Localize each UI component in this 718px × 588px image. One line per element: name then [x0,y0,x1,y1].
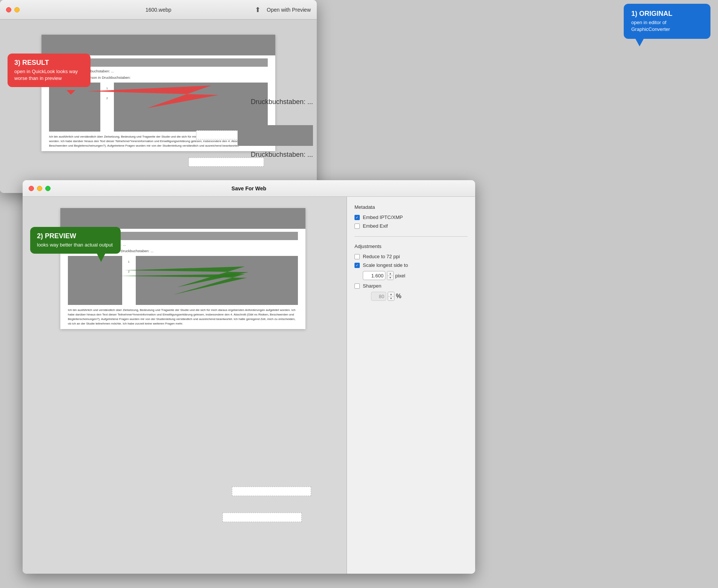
sfw-window-controls [29,186,51,191]
close-button[interactable] [6,7,11,12]
reduce-ppi-row: Reduce to 72 ppi [354,254,468,259]
sfw-minimize-button[interactable] [37,186,42,191]
adjustments-section: Adjustments Reduce to 72 ppi Scale longe… [354,243,468,301]
annotation-original-body: open in editor of GraphicConverter [631,19,703,33]
annotation-result-number: 3) RESULT [14,59,84,67]
save-for-web-window: Save For Web nden Person in Druckbuchsta… [23,180,475,574]
scale-longest-label: Scale longest side to [363,262,408,268]
ql-right-gray [238,125,313,146]
sfw-document: nden Person in Druckbuchstaben: ... Nowa… [60,208,305,329]
pct-label: % [396,293,401,300]
sharpen-row: Sharpen [354,283,468,289]
annotation-preview-bubble: 2) PREVIEW looks way better than actual … [30,227,121,254]
sharpen-value-row: ▲ ▼ % [363,292,468,301]
sidebar-divider-1 [354,236,468,237]
sfw-maximize-button[interactable] [45,186,51,191]
pixel-label: pixel [395,273,405,279]
sfw-titlebar: Save For Web [23,180,475,197]
sharpen-value-input[interactable] [371,292,386,301]
sfw-paragraph: Ich bin ausführlich und verständlich übe… [68,308,298,326]
window-controls [6,7,20,12]
annotation-result-body: open in QuickLook looks way worse than i… [14,68,84,82]
sfw-window-title: Save For Web [232,185,266,191]
sfw-body: nden Person in Druckbuchstaben: ... Nowa… [23,197,475,574]
annotation-original-bubble: 1) ORIGINAL open in editor of GraphicCon… [624,4,710,39]
embed-iptc-checkbox[interactable] [354,215,360,220]
sfw-sidebar: Metadata Embed IPTC/XMP Embed Exif Adjus… [347,197,475,574]
sfw-close-button[interactable] [29,186,34,191]
quicklook-window: 1600.webp ⬆ Open with Preview hmenden Pe… [0,0,317,193]
open-with-preview-button[interactable]: Open with Preview [267,7,311,13]
annotation-original-title: 1) ORIGINAL [631,10,703,18]
scale-longest-row: Scale longest side to [354,262,468,268]
reduce-ppi-label: Reduce to 72 ppi [363,254,400,259]
scale-value-row: ▲ ▼ pixel [363,271,468,280]
ql-namebox-2 [189,158,264,167]
ql-top-gray-bar [41,35,275,55]
sfw-namebox-2 [222,513,302,522]
sharpen-stepper-arrows[interactable]: ▲ ▼ [388,292,394,301]
bubble-arrow [635,38,644,46]
annotation-preview-title: 2) PREVIEW [37,232,114,240]
window-title: 1600.webp [146,7,172,13]
quicklook-actions: ⬆ Open with Preview [255,6,311,14]
scale-value-input[interactable] [363,271,385,280]
quicklook-content: hmenden Person in Druckbuchstaben: ... N… [0,20,317,193]
embed-iptc-label: Embed IPTC/XMP [363,214,403,220]
ql-right-text-2: Druckbuchstaben: ... [251,151,313,159]
green-bubble-arrow [97,253,106,262]
reduce-ppi-checkbox[interactable] [354,254,360,259]
sfw-top-gray-bar [60,208,305,229]
sharpen-label: Sharpen [363,283,381,289]
sfw-preview-area: nden Person in Druckbuchstaben: ... Nowa… [23,197,347,574]
share-icon[interactable]: ⬆ [255,6,261,14]
sharpen-down-arrow[interactable]: ▼ [388,297,394,301]
minimize-button[interactable] [14,7,20,12]
metadata-section: Metadata Embed IPTC/XMP Embed Exif [354,204,468,229]
embed-exif-row: Embed Exif [354,223,468,229]
quicklook-titlebar: 1600.webp ⬆ Open with Preview [0,0,317,20]
embed-exif-checkbox[interactable] [354,224,360,229]
adjustments-label: Adjustments [354,243,468,249]
embed-exif-label: Embed Exif [363,223,388,229]
annotation-original-container: 1) ORIGINAL open in editor of GraphicCon… [624,4,710,39]
scale-longest-checkbox[interactable] [354,263,360,268]
metadata-label: Metadata [354,204,468,210]
annotation-result-bubble: 3) RESULT open in QuickLook looks way wo… [8,54,91,87]
annotation-preview-body: looks way better than actual output [37,242,114,248]
scale-down-arrow[interactable]: ▼ [387,276,393,280]
sfw-namebox-1 [232,487,311,496]
embed-iptc-row: Embed IPTC/XMP [354,214,468,220]
sharpen-checkbox[interactable] [354,283,360,289]
scale-stepper-arrows[interactable]: ▲ ▼ [387,271,394,280]
sharpen-up-arrow[interactable]: ▲ [388,292,394,297]
scale-up-arrow[interactable]: ▲ [387,271,393,276]
ql-right-text-1: Druckbuchstaben: ... [251,98,313,106]
